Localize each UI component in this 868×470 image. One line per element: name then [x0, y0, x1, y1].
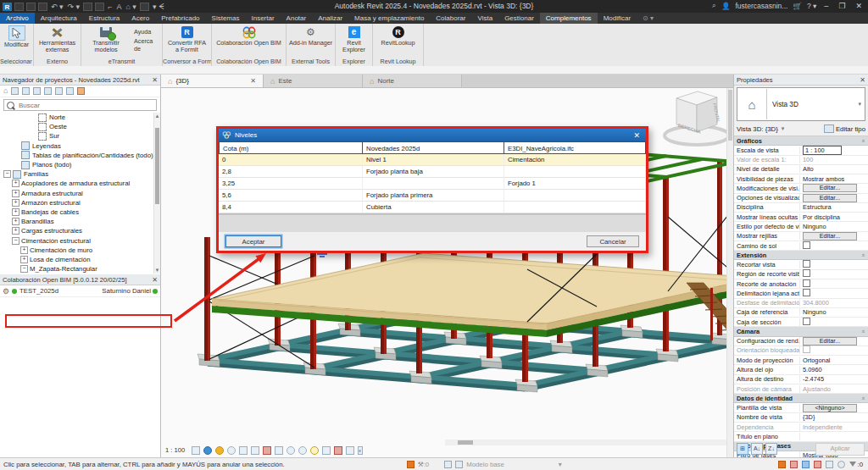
section-datos-identidad[interactable]: Datos de identidad [734, 394, 868, 403]
prop-row[interactable]: Plantilla de vista<Ninguno> [734, 403, 868, 412]
edit-type-button[interactable]: Editar tipo [824, 124, 865, 133]
help-menu[interactable]: ? ▾ [807, 2, 816, 10]
modify-button[interactable]: Modificar [0, 25, 33, 48]
search-icon[interactable]: ⌕ [712, 1, 716, 10]
detail-level-icon[interactable] [192, 446, 200, 455]
tree-item[interactable]: −Familias [0, 169, 160, 179]
selection-filter[interactable]: :0 [849, 461, 863, 468]
tree-item[interactable]: −M_Zapata-Rectangular [0, 264, 160, 274]
revit-logo-icon[interactable]: R [3, 3, 12, 11]
browser-groups-icon[interactable] [55, 87, 63, 95]
checkbox[interactable] [803, 241, 810, 249]
column-header[interactable]: Novedades 2025d [363, 141, 504, 154]
tree-item[interactable]: +Cargas estructurales [0, 226, 160, 235]
tab-acero[interactable]: Acero [125, 13, 155, 24]
tab-arquitectura[interactable]: Arquitectura [35, 13, 83, 24]
crop-view-icon[interactable] [251, 446, 259, 455]
temporary-hide-isolate-icon[interactable] [287, 446, 295, 455]
drag-on-selection-icon[interactable] [826, 461, 833, 468]
panel-label-revit-lookup[interactable]: Revit Lookup [373, 58, 423, 65]
prop-row[interactable]: Nombre de vista{3D} [734, 413, 868, 423]
select-by-face-icon[interactable] [814, 461, 821, 468]
tree-item[interactable]: Leyendas [0, 141, 160, 151]
tree-item[interactable]: −Cimentación estructural [0, 235, 160, 245]
revit-lookup-button[interactable]: R RevitLookup [373, 25, 423, 47]
tab-masa-emplazamiento[interactable]: Masa y emplazamiento [348, 13, 430, 24]
view-tab-norte[interactable]: ⌂ Norte [363, 75, 462, 87]
close-button[interactable]: ✕ [853, 2, 865, 10]
column-header[interactable]: E3DI_NaveAgricola.ifc [504, 141, 646, 154]
panel-label-seleccionar[interactable]: Seleccionar ▾ [0, 58, 33, 65]
prop-row[interactable]: Mostrar líneas ocultasPor disciplina [734, 213, 868, 222]
browser-families-icon[interactable] [44, 87, 52, 95]
background-process-icon[interactable] [837, 461, 845, 468]
temporary-view-properties-icon[interactable] [322, 446, 331, 455]
tree-item[interactable]: Tablas de planificación/Cantidades (todo… [0, 151, 160, 160]
view-template-button[interactable]: <Ninguno> [803, 404, 857, 412]
crop-region-icon[interactable] [263, 446, 271, 455]
edit-button[interactable]: Editar... [803, 337, 857, 346]
apply-button[interactable]: Aplicar [815, 443, 865, 456]
prop-row[interactable]: Visibilidad de piezasMostrar ambos [734, 174, 868, 184]
tab-anotar[interactable]: Anotar [281, 13, 313, 24]
panel-label-externo[interactable]: Externo [34, 58, 81, 65]
browser-views-icon[interactable] [11, 87, 19, 95]
convert-rfa-button[interactable]: R Convertir RFA a FormIt [163, 25, 211, 53]
prop-row[interactable]: Estilo por defecto de vi...Ninguno [734, 222, 868, 231]
tree-item[interactable]: Planos (todo) [0, 160, 160, 169]
properties-close-icon[interactable]: ✕ [860, 76, 865, 84]
measure-icon[interactable] [95, 3, 104, 11]
save-icon[interactable] [38, 3, 47, 11]
external-tools-button[interactable]: Herramientas externas [34, 25, 81, 53]
browser-home-icon[interactable]: ⌂ [3, 87, 8, 95]
view-scale[interactable]: 1 : 100 [165, 446, 185, 454]
tab-gestionar[interactable]: Gestionar [498, 13, 540, 24]
prop-row[interactable]: Mostrar rejillasEditar... [734, 232, 868, 241]
panel-label-open-bim[interactable]: Colaboración Open BIM [212, 58, 286, 65]
prop-row[interactable]: Configuración de rend...Editar... [734, 337, 868, 346]
tree-item[interactable]: +Armazón estructural [0, 198, 160, 207]
prop-row[interactable]: Delimitación lejana act... [734, 289, 868, 298]
sun-path-icon[interactable] [215, 446, 224, 455]
worksets-icon[interactable] [444, 461, 452, 468]
text-qat-icon[interactable]: A [115, 3, 122, 11]
print-icon[interactable] [83, 3, 92, 11]
active-workset-icon[interactable] [455, 461, 463, 468]
tree-item[interactable]: +Acopladores de armadura estructural [0, 179, 160, 188]
checkbox[interactable] [803, 289, 810, 296]
tab-modificar[interactable]: Modificar [598, 13, 637, 24]
prop-row[interactable]: Opciones de visualizac...Editar... [734, 194, 868, 203]
checkbox[interactable] [803, 269, 810, 277]
cancel-button[interactable]: Cancelar [587, 235, 639, 247]
open-bim-button[interactable]: Colaboración Open BIM [212, 25, 286, 47]
prop-row[interactable]: Recortar vista [734, 260, 868, 269]
collab-project-name[interactable]: TEST_2025d [19, 287, 58, 295]
level-row[interactable]: 5,6Forjado planta primera [219, 190, 646, 202]
restore-button[interactable]: ❐ [836, 2, 848, 10]
collab-close-icon[interactable]: ✕ [152, 276, 158, 284]
visual-style-icon[interactable] [203, 446, 212, 455]
etransmit-about-button[interactable]: Acerca de [132, 36, 162, 53]
prop-row[interactable]: Modificaciones de visi...Editar... [734, 184, 868, 193]
tree-item[interactable]: +Bandejas de cables [0, 207, 160, 217]
prop-row[interactable]: Región de recorte visible [734, 270, 868, 279]
open-icon[interactable] [26, 3, 36, 11]
minimize-button[interactable]: – [821, 2, 831, 10]
render-icon[interactable] [239, 446, 248, 455]
prop-row[interactable]: Recorte de anotación [734, 279, 868, 289]
browser-link-icon[interactable] [77, 87, 85, 95]
browser-sheets-icon[interactable] [33, 87, 41, 95]
tab-insertar[interactable]: Insertar [245, 13, 280, 24]
view-selector[interactable]: Vista 3D: {3D} [737, 125, 778, 133]
views-icon[interactable] [14, 3, 24, 11]
type-selector[interactable]: ⌂ Vista 3D ▾ [737, 87, 865, 121]
shadows-icon[interactable] [227, 446, 236, 455]
select-pinned-icon[interactable] [802, 461, 810, 468]
section-camara[interactable]: Cámara [734, 327, 868, 336]
tree-item[interactable]: +Losa de cimentación [0, 255, 160, 264]
panel-label-explorer[interactable]: Explorer [336, 58, 372, 65]
browser-schedules-icon[interactable] [22, 87, 30, 95]
prop-row[interactable]: Nivel de detalleAlto [734, 165, 868, 174]
viewcube[interactable]: DERECHA FRONTAL [659, 83, 732, 151]
section-extension[interactable]: Extensión [734, 251, 868, 260]
